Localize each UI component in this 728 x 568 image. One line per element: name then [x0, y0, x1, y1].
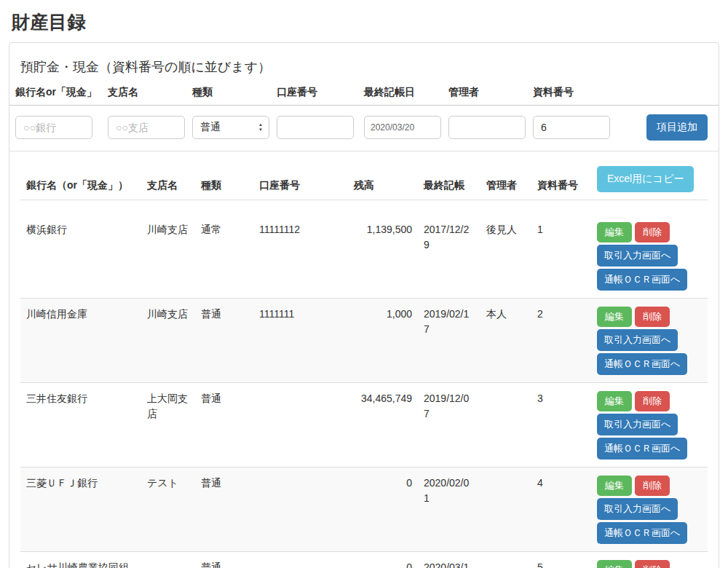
transaction-input-button[interactable]: 取引入力画面へ: [597, 498, 678, 520]
passbook-ocr-button[interactable]: 通帳ＯＣＲ画面へ: [597, 438, 687, 459]
bank-name-cell: 川崎信用金庫: [20, 299, 141, 383]
form-label-row: 銀行名or「現金」 支店名 種類 口座番号 最終記帳日 管理者 資料番号: [9, 84, 719, 106]
branch-cell: 川崎支店: [141, 299, 195, 383]
manager-input[interactable]: [448, 116, 526, 139]
passbook-ocr-button[interactable]: 通帳ＯＣＲ画面へ: [597, 353, 687, 375]
delete-button[interactable]: 削除: [635, 476, 670, 496]
transaction-input-button[interactable]: 取引入力画面へ: [597, 245, 678, 267]
kind-cell: 普通: [195, 552, 253, 568]
last-entry-cell: 2019/12/07: [418, 383, 480, 468]
add-item-form: 銀行名or「現金」 支店名 種類 口座番号 最終記帳日 管理者 資料番号 普通 …: [9, 84, 719, 151]
col-header-account: 口座番号: [253, 162, 348, 200]
edit-button[interactable]: 編集: [597, 476, 632, 496]
row-actions-cell: 編集 削除 取引入力画面へ 通帳ＯＣＲ画面へ: [591, 552, 708, 568]
bank-name-cell: 横浜銀行: [20, 200, 141, 299]
manager-cell: [480, 468, 531, 552]
delete-button[interactable]: 削除: [635, 307, 670, 327]
edit-button[interactable]: 編集: [597, 307, 632, 327]
form-label-account: 口座番号: [273, 84, 360, 106]
bank-name-cell: 三菱ＵＦＪ銀行: [20, 468, 141, 552]
bank-name-input[interactable]: [15, 116, 92, 139]
branch-name-input[interactable]: [108, 116, 185, 139]
last-entry-cell: 2019/02/17: [418, 299, 480, 383]
form-label-doc-number: 資料番号: [529, 84, 614, 106]
accounts-table: 銀行名（or「現金」） 支店名 種類 口座番号 残高 最終記帳 管理者 資料番号…: [20, 162, 708, 568]
account-row: 三井住友銀行 上大岡支店 普通 34,465,749 2019/12/07 3 …: [20, 383, 708, 468]
col-header-last-entry: 最終記帳: [418, 162, 480, 200]
col-header-branch: 支店名: [141, 162, 195, 200]
row-actions-cell: 編集 削除 取引入力画面へ 通帳ＯＣＲ画面へ: [591, 468, 708, 552]
account-row: 川崎信用金庫 川崎支店 普通 1111111 1,000 2019/02/17 …: [20, 299, 708, 383]
account-number-input[interactable]: [277, 116, 354, 139]
account-row: 横浜銀行 川崎支店 通常 11111112 1,139,500 2017/12/…: [20, 200, 708, 299]
kind-cell: 普通: [195, 299, 253, 383]
account-number-cell: [253, 468, 348, 552]
account-type-select[interactable]: 普通 ▲▼: [192, 116, 269, 139]
last-entry-cell: 2020/02/01: [418, 468, 480, 552]
balance-cell: 1,000: [348, 299, 418, 383]
add-item-button[interactable]: 項目追加: [646, 114, 708, 141]
account-number-cell: [253, 383, 348, 468]
row-actions-cell: 編集 削除 取引入力画面へ 通帳ＯＣＲ画面へ: [591, 200, 708, 299]
accounts-header-row: 銀行名（or「現金」） 支店名 種類 口座番号 残高 最終記帳 管理者 資料番号…: [20, 162, 708, 200]
select-stepper-icon: ▲▼: [258, 122, 263, 133]
col-header-manager: 管理者: [480, 162, 531, 200]
doc-number-cell: 5: [531, 552, 591, 568]
form-label-spacer: [614, 84, 719, 106]
row-actions-cell: 編集 削除 取引入力画面へ 通帳ＯＣＲ画面へ: [591, 383, 708, 468]
form-label-last-entry-date: 最終記帳日: [360, 84, 445, 106]
last-entry-cell: 2020/03/14: [418, 552, 480, 568]
accounts-table-wrap: 銀行名（or「現金」） 支店名 種類 口座番号 残高 最終記帳 管理者 資料番号…: [9, 151, 719, 568]
doc-number-cell: 2: [531, 299, 591, 383]
delete-button[interactable]: 削除: [635, 560, 670, 568]
manager-cell: 後見人: [480, 200, 531, 299]
accounts-table-body: 横浜銀行 川崎支店 通常 11111112 1,139,500 2017/12/…: [20, 200, 708, 568]
doc-number-cell: 3: [531, 383, 591, 468]
passbook-ocr-button[interactable]: 通帳ＯＣＲ画面へ: [597, 522, 687, 544]
bank-name-cell: セレサ川崎農業協同組合: [20, 552, 141, 568]
kind-cell: 通常: [195, 200, 253, 299]
delete-button[interactable]: 削除: [635, 391, 670, 411]
page-title: 財産目録: [12, 10, 86, 34]
last-entry-date-input[interactable]: [364, 116, 441, 139]
transaction-input-button[interactable]: 取引入力画面へ: [597, 414, 678, 435]
form-label-kind: 種類: [189, 84, 273, 106]
delete-button[interactable]: 削除: [635, 222, 670, 242]
col-header-kind: 種類: [195, 162, 253, 200]
form-label-bank: 銀行名or「現金」: [9, 84, 104, 106]
edit-button[interactable]: 編集: [597, 391, 632, 411]
doc-number-input[interactable]: [533, 116, 610, 139]
form-label-manager: 管理者: [445, 84, 529, 106]
branch-cell: [141, 552, 195, 568]
balance-cell: 0: [348, 468, 418, 552]
assets-panel: 預貯金・現金（資料番号の順に並びます） 銀行名or「現金」 支店名 種類 口座番…: [9, 42, 719, 568]
manager-cell: 本人: [480, 299, 531, 383]
branch-cell: テスト: [141, 468, 195, 552]
col-header-actions: Excel用にコピー: [591, 162, 708, 200]
balance-cell: 0: [348, 552, 418, 568]
manager-cell: [480, 552, 531, 568]
kind-cell: 普通: [195, 383, 253, 468]
account-row: 三菱ＵＦＪ銀行 テスト 普通 0 2020/02/01 4 編集 削除 取引入力…: [20, 468, 708, 552]
last-entry-cell: 2017/12/29: [418, 200, 480, 299]
excel-copy-button[interactable]: Excel用にコピー: [597, 166, 694, 192]
account-number-cell: 11111112: [253, 200, 348, 299]
passbook-ocr-button[interactable]: 通帳ＯＣＲ画面へ: [597, 269, 687, 291]
kind-cell: 普通: [195, 468, 253, 552]
edit-button[interactable]: 編集: [597, 222, 632, 242]
form-input-row: 普通 ▲▼ 項目追加: [9, 106, 719, 151]
doc-number-cell: 4: [531, 468, 591, 552]
transaction-input-button[interactable]: 取引入力画面へ: [597, 329, 678, 351]
account-number-cell: [253, 552, 348, 568]
row-actions-cell: 編集 削除 取引入力画面へ 通帳ＯＣＲ画面へ: [591, 299, 708, 383]
balance-cell: 1,139,500: [348, 200, 418, 299]
col-header-doc-number: 資料番号: [531, 162, 591, 200]
form-label-branch: 支店名: [104, 84, 189, 106]
section-heading: 預貯金・現金（資料番号の順に並びます）: [9, 43, 719, 84]
edit-button[interactable]: 編集: [597, 560, 632, 568]
balance-cell: 34,465,749: [348, 383, 418, 468]
branch-cell: 川崎支店: [141, 200, 195, 299]
doc-number-cell: 1: [531, 200, 591, 299]
col-header-balance: 残高: [348, 162, 418, 200]
bank-name-cell: 三井住友銀行: [20, 383, 141, 468]
